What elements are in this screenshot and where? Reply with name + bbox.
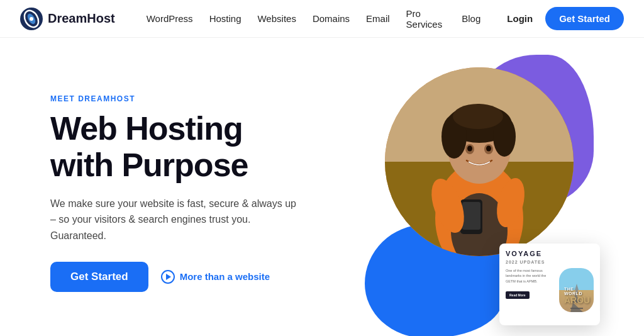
magazine-around: AROU <box>564 296 591 305</box>
play-icon <box>161 270 175 284</box>
hero-section: MEET DREAMHOST Web Hosting with Purpose … <box>0 38 644 336</box>
magazine-image-inner: THE WORLD AROU <box>559 268 594 312</box>
svg-rect-27 <box>570 308 583 309</box>
logo-text: DreamHost <box>48 11 115 26</box>
svg-rect-19 <box>462 202 480 230</box>
svg-point-13 <box>453 104 503 129</box>
magazine-card: VOYAGE 2022 UPDATES One of the most famo… <box>499 244 600 325</box>
svg-point-17 <box>486 146 491 152</box>
navbar: DreamHost WordPress Hosting Websites Dom… <box>0 0 644 38</box>
hero-buttons: Get Started More than a website <box>50 262 352 292</box>
nav-links: WordPress Hosting Websites Domains Email… <box>140 6 487 32</box>
hero-description: We make sure your website is fast, secur… <box>50 196 302 244</box>
magazine-the-world: THE WORLD <box>564 287 591 296</box>
meet-label: MEET DREAMHOST <box>50 94 352 103</box>
magazine-image: THE WORLD AROU <box>559 268 594 312</box>
more-link-label: More than a website <box>180 271 270 282</box>
nav-item-wordpress[interactable]: WordPress <box>140 11 199 26</box>
magazine-world-text: THE WORLD AROU <box>564 287 591 305</box>
person-image <box>385 67 574 256</box>
hero-get-started-button[interactable]: Get Started <box>50 262 148 292</box>
play-triangle <box>166 274 171 280</box>
logo[interactable]: DreamHost <box>20 8 115 30</box>
hero-image-area: VOYAGE 2022 UPDATES One of the most famo… <box>352 61 606 325</box>
magazine-cta[interactable]: Read More <box>506 291 530 299</box>
magazine-body-text: One of the most famous landmarks in the … <box>506 268 555 284</box>
magazine-text-area: One of the most famous landmarks in the … <box>506 268 555 312</box>
magazine-subtitle: 2022 UPDATES <box>506 260 594 264</box>
hero-title-line1: Web Hosting <box>50 110 243 147</box>
nav-item-hosting[interactable]: Hosting <box>203 11 248 26</box>
hero-title-line2: with Purpose <box>50 147 248 183</box>
nav-item-blog[interactable]: Blog <box>455 11 487 26</box>
nav-item-pro-services[interactable]: Pro Services <box>400 6 452 32</box>
nav-item-websites[interactable]: Websites <box>251 11 302 26</box>
svg-point-16 <box>467 146 472 152</box>
hero-content: MEET DREAMHOST Web Hosting with Purpose … <box>50 94 352 291</box>
hero-title: Web Hosting with Purpose <box>50 111 352 182</box>
magazine-title: VOYAGE <box>506 250 594 257</box>
nav-right: Login Get Started <box>502 7 624 30</box>
nav-item-domains[interactable]: Domains <box>306 11 356 26</box>
more-than-website-link[interactable]: More than a website <box>161 270 270 284</box>
magazine-body: One of the most famous landmarks in the … <box>506 268 594 312</box>
login-button[interactable]: Login <box>502 11 538 26</box>
nav-item-email[interactable]: Email <box>360 11 396 26</box>
hero-photo-circle <box>385 67 574 256</box>
nav-get-started-button[interactable]: Get Started <box>545 7 624 30</box>
dreamhost-logo-icon <box>20 8 43 30</box>
svg-point-3 <box>30 17 33 21</box>
